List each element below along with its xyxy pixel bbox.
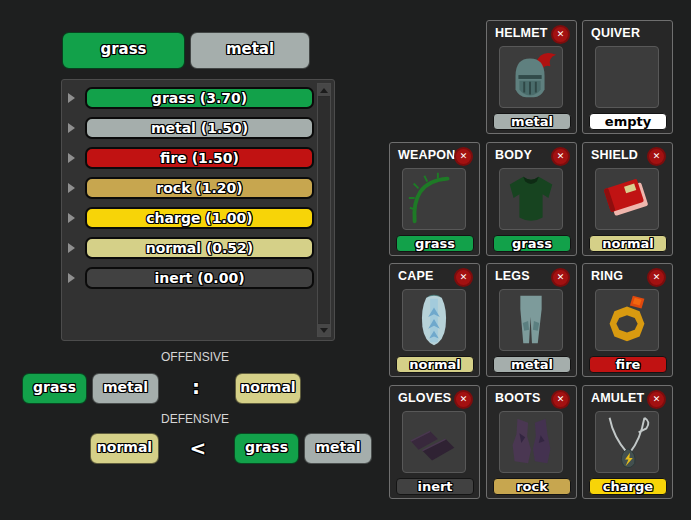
helmet-item[interactable] [499,46,563,108]
defensive-attacker-metal[interactable]: metal [304,433,372,464]
expand-arrow-icon[interactable] [68,123,75,133]
element-list-panel: grass (3.70) metal (1.50) fire (1.50) ro… [61,79,335,341]
remove-cape-button[interactable]: ✕ [454,268,473,287]
offensive-attacker-grass[interactable]: grass [22,373,87,404]
offensive-heading: OFFENSIVE [130,350,260,364]
element-bar-charge[interactable]: charge (1.00) [85,207,314,229]
slot-gloves: GLOVES ✕ inert [389,385,480,499]
slot-element-label: fire [589,356,667,373]
boots-item[interactable] [499,411,563,473]
element-row-grass: grass (3.70) [62,87,334,109]
remove-gloves-button[interactable]: ✕ [454,390,473,409]
element-row-fire: fire (1.50) [62,147,334,169]
amulet-icon [596,412,658,472]
slot-title: GLOVES [398,391,451,405]
scroll-up-button[interactable] [318,84,330,97]
triangle-up-icon [320,88,328,93]
shield-item[interactable] [595,168,659,230]
slot-element-label: grass [396,235,474,252]
body-item[interactable] [499,168,563,230]
slot-title: BOOTS [495,391,540,405]
body-armour-icon [500,169,562,229]
remove-shield-button[interactable]: ✕ [647,147,666,166]
slot-title: SHIELD [591,148,638,162]
amulet-item[interactable] [595,411,659,473]
remove-helmet-button[interactable]: ✕ [551,25,570,44]
element-bar-rock[interactable]: rock (1.20) [85,177,314,199]
cape-item[interactable] [402,289,466,351]
element-row-normal: normal (0.52) [62,237,334,259]
remove-boots-button[interactable]: ✕ [551,390,570,409]
slot-element-label: normal [589,235,667,252]
helmet-icon [500,47,562,107]
scroll-down-button[interactable] [318,323,330,336]
slot-element-label: rock [493,478,571,495]
remove-legs-button[interactable]: ✕ [551,268,570,287]
slot-boots: BOOTS ✕ rock [486,385,577,499]
legs-icon [500,290,562,350]
defensive-attacker-grass[interactable]: grass [234,433,299,464]
slot-title: BODY [495,148,532,162]
slot-cape: CAPE ✕ normal [389,263,480,377]
defensive-defender-normal[interactable]: normal [90,433,159,464]
slot-element-label: charge [589,478,667,495]
book-shield-icon [596,169,658,229]
remove-amulet-button[interactable]: ✕ [647,390,666,409]
slot-helmet: HELMET ✕ metal [486,20,577,134]
slot-ring: RING ✕ fire [582,263,673,377]
defensive-heading: DEFENSIVE [130,412,260,426]
element-bar-normal[interactable]: normal (0.52) [85,237,314,259]
ring-item[interactable] [595,289,659,351]
weapon-item[interactable] [402,168,466,230]
legs-item[interactable] [499,289,563,351]
gloves-item[interactable] [402,411,466,473]
element-bar-fire[interactable]: fire (1.50) [85,147,314,169]
slot-shield: SHIELD ✕ normal [582,142,673,256]
slot-legs: LEGS ✕ metal [486,263,577,377]
ring-icon [596,290,658,350]
slot-title: CAPE [398,269,434,283]
remove-ring-button[interactable]: ✕ [647,268,666,287]
element-row-rock: rock (1.20) [62,177,334,199]
slot-weapon: WEAPON ✕ grass [389,142,480,256]
slot-quiver: QUIVER empty [582,20,673,134]
slot-element-label: grass [493,235,571,252]
slot-body: BODY ✕ grass [486,142,577,256]
triangle-down-icon [320,328,328,333]
remove-body-button[interactable]: ✕ [551,147,570,166]
expand-arrow-icon[interactable] [68,213,75,223]
offensive-defender-normal[interactable]: normal [235,373,301,404]
slot-element-label: metal [493,113,571,130]
slot-title: WEAPON [398,148,455,162]
gloves-icon [403,412,465,472]
expand-arrow-icon[interactable] [68,93,75,103]
slot-title: AMULET [591,391,644,405]
offensive-attacker-metal[interactable]: metal [92,373,159,404]
element-row-metal: metal (1.50) [62,117,334,139]
element-bar-inert[interactable]: inert (0.00) [85,267,314,289]
quiver-item-empty[interactable] [595,46,659,108]
element-row-inert: inert (0.00) [62,267,334,289]
element-row-charge: charge (1.00) [62,207,334,229]
slot-title: QUIVER [591,26,640,40]
expand-arrow-icon[interactable] [68,183,75,193]
top-button-grass[interactable]: grass [62,32,185,69]
remove-weapon-button[interactable]: ✕ [454,147,473,166]
top-button-metal[interactable]: metal [190,32,310,69]
slot-title: HELMET [495,26,548,40]
slot-amulet: AMULET ✕ charge [582,385,673,499]
expand-arrow-icon[interactable] [68,153,75,163]
element-bar-grass[interactable]: grass (3.70) [85,87,314,109]
expand-arrow-icon[interactable] [68,273,75,283]
list-scrollbar[interactable] [317,83,331,337]
element-bar-metal[interactable]: metal (1.50) [85,117,314,139]
expand-arrow-icon[interactable] [68,243,75,253]
offensive-separator: : [181,375,211,399]
slot-element-label: empty [589,113,667,130]
defensive-separator: < [183,436,213,460]
slot-element-label: metal [493,356,571,373]
vine-weapon-icon [403,169,465,229]
slot-element-label: normal [396,356,474,373]
boots-icon [500,412,562,472]
app-window: grass metal grass (3.70) metal (1.50) fi… [0,0,691,520]
